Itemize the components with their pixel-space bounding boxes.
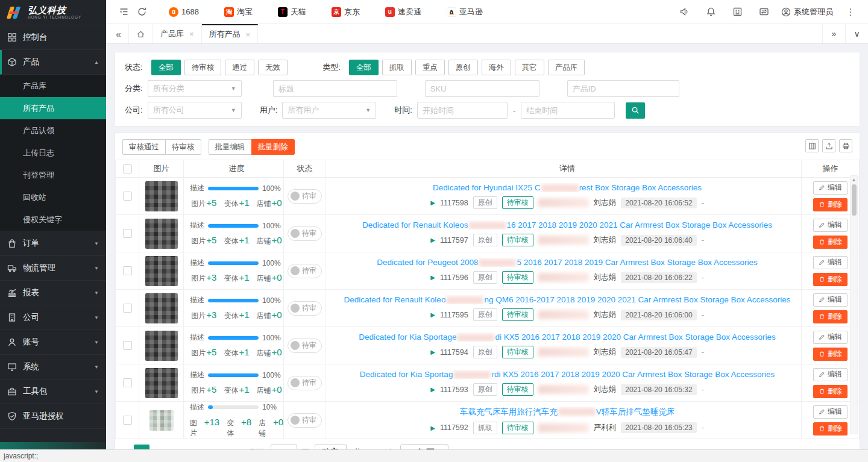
sidebar-item-reports[interactable]: 报表 ▼ [0,281,106,305]
sidebar-item-listing-mgmt[interactable]: 刊登管理 [0,164,106,186]
edit-button[interactable]: 编辑 [813,293,848,307]
next-page-icon[interactable]: › [236,448,243,450]
end-time-input[interactable] [521,102,615,119]
product-image[interactable] [145,293,178,323]
sidebar-item-upload-log[interactable]: 上传日志 [0,142,106,164]
product-title-link[interactable]: Dedicated for Renault Koleong QM6 2016-2… [344,295,791,304]
product-image[interactable] [145,368,178,398]
edit-button[interactable]: 编辑 [813,219,848,232]
search-button[interactable] [626,102,645,119]
play-icon[interactable]: ▶ [430,311,435,318]
category-select[interactable]: 所有分类▼ [148,80,242,97]
scrollbar-thumb[interactable] [852,184,857,216]
product-image[interactable] [149,410,174,431]
sidebar-item-product[interactable]: 产品 ▲ [0,50,106,75]
type-filter-library[interactable]: 产品库 [548,60,585,75]
logo[interactable]: 弘义科技 HONG YI TECHNOLOGY [0,0,106,25]
approve-button[interactable]: 审核通过 [122,139,166,155]
page-number[interactable]: 3 [175,445,190,449]
batch-edit-button[interactable]: 批量编辑 [209,139,252,155]
marketplace-tmall[interactable]: T天猫 [278,7,306,17]
play-icon[interactable]: ▶ [430,237,435,243]
batch-delete-button[interactable]: 批量删除 [251,139,295,155]
product-image[interactable] [145,219,178,249]
set-pending-button[interactable]: 待审核 [165,139,201,155]
product-title-link[interactable]: Dedicated for Renault Koleos16 2017 2018… [362,220,772,229]
sidebar-item-infringing-keywords[interactable]: 侵权关键字 [0,208,106,231]
start-time-input[interactable] [417,102,508,119]
export-icon[interactable] [822,139,835,152]
type-filter-crawl[interactable]: 抓取 [382,60,412,75]
sidebar-item-company[interactable]: 公司 ▼ [0,305,106,330]
play-icon[interactable]: ▶ [430,274,435,281]
sidebar-item-product-library[interactable]: 产品库 [0,75,106,97]
menu-collapse-icon[interactable] [115,3,133,21]
sidebar-item-toolkit[interactable]: 工具包 ▼ [0,379,106,404]
apps-grid-icon[interactable] [728,3,746,21]
play-icon[interactable]: ▶ [430,386,435,393]
page-number[interactable]: 2 [154,445,170,449]
product-image[interactable] [145,331,178,361]
play-icon[interactable]: ▶ [430,199,435,206]
user-select[interactable]: 所有用户▼ [282,102,376,119]
delete-button[interactable]: 删除 [813,198,848,211]
product-title-link[interactable]: Dedicated for Peugeot 20085 2016 2017 20… [377,258,757,267]
edit-button[interactable]: 编辑 [813,331,848,344]
sidebar-item-console[interactable]: 控制台 [0,25,106,50]
marketplace-amazon[interactable]: a亚马逊 [447,7,483,17]
tab-all-products[interactable]: 所有产品 × [202,24,259,43]
goto-page-input[interactable] [271,445,297,450]
prev-page-icon[interactable]: ‹ [122,448,129,450]
bell-icon[interactable] [702,3,720,21]
row-checkbox[interactable] [123,416,132,425]
title-input[interactable] [273,80,397,97]
print-icon[interactable] [839,139,852,152]
close-tab-icon[interactable]: × [246,30,251,39]
sidebar-item-logistics[interactable]: 物流管理 ▼ [0,256,106,281]
refresh-icon[interactable] [133,3,151,21]
row-checkbox[interactable] [123,378,132,387]
status-filter-all[interactable]: 全部 [151,60,181,75]
marketplace-taobao[interactable]: 淘淘宝 [224,7,253,17]
product-image[interactable] [145,256,178,286]
play-icon[interactable]: ▶ [430,425,435,431]
row-checkbox[interactable] [123,304,132,313]
product-id-input[interactable] [567,80,679,97]
user-menu[interactable]: 系统管理员 [781,7,833,17]
scroll-up-icon[interactable]: ▲ [851,177,857,183]
edit-button[interactable]: 编辑 [813,405,848,419]
sidebar-item-amazon-auth[interactable]: 亚马逊授权 [0,404,106,429]
product-title-link[interactable]: Dedicated for Kia Sportagrdi KX5 2016 20… [360,370,775,379]
type-filter-overseas[interactable]: 海外 [482,60,511,75]
delete-button[interactable]: 删除 [813,236,848,249]
status-filter-invalid[interactable]: 无效 [258,60,288,75]
type-filter-original[interactable]: 原创 [448,60,478,75]
marketplace-aliexpress[interactable]: u速卖通 [385,7,421,17]
sidebar-item-product-claim[interactable]: 产品认领 [0,119,106,142]
sidebar-item-all-products[interactable]: 所有产品 [0,97,106,119]
edit-button[interactable]: 编辑 [813,181,848,195]
page-number[interactable]: 901 [216,445,231,449]
sidebar-item-account[interactable]: 账号 ▼ [0,330,106,355]
sku-input[interactable] [425,80,539,97]
type-filter-all[interactable]: 全部 [349,60,379,75]
tabs-menu-icon[interactable]: ∨ [845,24,868,43]
type-filter-other[interactable]: 其它 [515,60,544,75]
tabs-scroll-right-icon[interactable]: » [822,24,845,43]
product-title-link[interactable]: Dedicated for Kia Sportagedi KX5 2016 20… [359,332,775,342]
page-size-select[interactable]: 90 条/页∨ [400,444,448,449]
marketplace-1688[interactable]: ɑ1688 [169,7,199,17]
delete-button[interactable]: 删除 [813,422,848,435]
delete-button[interactable]: 删除 [813,385,848,398]
company-select[interactable]: 所有公司▼ [148,102,242,119]
product-image[interactable] [145,181,178,211]
home-tab-icon[interactable] [129,24,153,43]
page-number[interactable]: 1 [134,445,149,449]
tab-product-library[interactable]: 产品库 × [153,24,202,43]
delete-button[interactable]: 删除 [813,348,848,361]
goto-confirm-button[interactable]: 确定 [315,445,347,450]
more-menu-icon[interactable]: ⋮ [841,3,860,21]
status-filter-approved[interactable]: 通过 [225,60,254,75]
row-checkbox[interactable] [123,192,132,201]
play-icon[interactable]: ▶ [430,349,435,355]
